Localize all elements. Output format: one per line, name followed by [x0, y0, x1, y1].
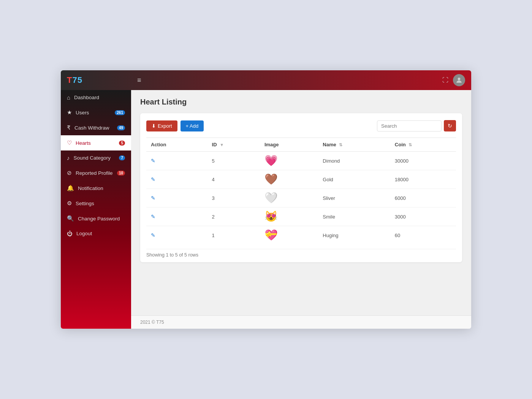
- sidebar-icon-logout: ⏻: [67, 230, 73, 237]
- topbar-right: ⛶: [442, 74, 465, 86]
- cell-name: Dimond: [318, 152, 390, 170]
- refresh-button[interactable]: ↻: [444, 120, 456, 131]
- sort-icon-name: ⇅: [339, 142, 342, 147]
- sidebar-label-settings: Settings: [76, 201, 125, 206]
- col-image: Image: [260, 138, 318, 152]
- sidebar-label-sound-category: Sound Category: [74, 155, 116, 161]
- export-icon: ⬇: [152, 123, 156, 129]
- sidebar-item-users[interactable]: ★ Users 261: [61, 105, 131, 120]
- user-icon: [455, 76, 463, 84]
- sidebar-icon-hearts: ♡: [67, 139, 72, 146]
- content-area: Heart Listing ⬇ Export + Add: [131, 90, 471, 329]
- cell-name: Huging: [318, 226, 390, 245]
- sidebar-item-dashboard[interactable]: ⌂ Dashboard: [61, 90, 131, 105]
- sidebar: ⌂ Dashboard ★ Users 261 ₹ Cash Withdraw …: [61, 90, 131, 329]
- export-button[interactable]: ⬇ Export: [146, 120, 177, 131]
- cell-image: 😻: [260, 207, 318, 226]
- cell-coin: 3000: [390, 207, 456, 226]
- sidebar-label-reported-profile: Reported Profile: [76, 170, 113, 176]
- sidebar-label-change-password: Change Password: [78, 216, 125, 222]
- sidebar-item-logout[interactable]: ⏻ Logout: [61, 226, 131, 241]
- table-row: ✎ 2 😻 Smile 3000: [146, 207, 456, 226]
- sidebar-label-dashboard: Dashboard: [74, 95, 125, 100]
- main-card: ⬇ Export + Add ↻: [140, 113, 462, 262]
- table-header-row: Action ID ▼ Image Name ⇅ Coin ⇅: [146, 138, 456, 152]
- edit-button-4[interactable]: ✎: [151, 176, 155, 182]
- sidebar-icon-users: ★: [67, 109, 72, 116]
- edit-button-2[interactable]: ✎: [151, 214, 155, 220]
- sidebar-label-notification: Notification: [78, 185, 125, 191]
- sidebar-icon-dashboard: ⌂: [67, 94, 70, 101]
- sidebar-item-hearts[interactable]: ♡ Hearts 5: [61, 135, 131, 150]
- cell-name: Sliver: [318, 189, 390, 207]
- sidebar-icon-settings: ⚙: [67, 200, 72, 207]
- badge-reported-profile: 10: [117, 171, 125, 176]
- sidebar-label-cash-withdraw: Cash Withdraw: [74, 125, 113, 131]
- cell-name: Smile: [318, 207, 390, 226]
- sidebar-label-hearts: Hearts: [76, 140, 115, 146]
- page-title: Heart Listing: [140, 98, 462, 106]
- app-logo: T75: [67, 75, 137, 85]
- search-input[interactable]: [377, 120, 442, 131]
- cell-name: Gold: [318, 170, 390, 189]
- badge-cash-withdraw: 49: [117, 125, 125, 130]
- cell-action: ✎: [146, 170, 207, 189]
- expand-icon[interactable]: ⛶: [442, 77, 448, 84]
- avatar[interactable]: [453, 74, 465, 86]
- table-row: ✎ 5 💗 Dimond 30000: [146, 152, 456, 170]
- edit-button-5[interactable]: ✎: [151, 158, 155, 164]
- edit-button-1[interactable]: ✎: [151, 232, 155, 238]
- cell-image: 🤍: [260, 189, 318, 207]
- cell-coin: 60: [390, 226, 456, 245]
- cell-id: 3: [207, 189, 260, 207]
- toolbar: ⬇ Export + Add ↻: [146, 120, 456, 131]
- cell-action: ✎: [146, 207, 207, 226]
- sidebar-icon-change-password: 🔍: [67, 215, 74, 222]
- sidebar-item-notification[interactable]: 🔔 Notification: [61, 180, 131, 196]
- badge-hearts: 5: [119, 141, 125, 146]
- table-row: ✎ 4 🤎 Gold 18000: [146, 170, 456, 189]
- logo-t: T: [67, 75, 72, 85]
- sidebar-icon-sound-category: ♪: [67, 155, 70, 161]
- sidebar-item-sound-category[interactable]: ♪ Sound Category 7: [61, 150, 131, 165]
- cell-id: 4: [207, 170, 260, 189]
- sidebar-item-reported-profile[interactable]: ⊘ Reported Profile 10: [61, 165, 131, 180]
- col-action: Action: [146, 138, 207, 152]
- sidebar-item-settings[interactable]: ⚙ Settings: [61, 196, 131, 211]
- heart-emoji-3: 🤍: [264, 192, 278, 204]
- sort-icon: ▼: [220, 142, 224, 147]
- cell-coin: 6000: [390, 189, 456, 207]
- table-row: ✎ 1 💝 Huging 60: [146, 226, 456, 245]
- sort-icon-coin: ⇅: [408, 142, 412, 147]
- cell-action: ✎: [146, 152, 207, 170]
- showing-text: Showing 1 to 5 of 5 rows: [146, 249, 456, 258]
- cell-image: 🤎: [260, 170, 318, 189]
- sidebar-icon-notification: 🔔: [67, 185, 74, 192]
- col-id: ID ▼: [207, 138, 260, 152]
- sidebar-icon-cash-withdraw: ₹: [67, 124, 71, 131]
- hearts-table: Action ID ▼ Image Name ⇅ Coin ⇅ ✎ 5 💗 Di…: [146, 138, 456, 244]
- sidebar-label-users: Users: [76, 110, 111, 116]
- cell-image: 💗: [260, 152, 318, 170]
- sidebar-item-change-password[interactable]: 🔍 Change Password: [61, 211, 131, 226]
- cell-action: ✎: [146, 189, 207, 207]
- badge-users: 261: [115, 110, 125, 115]
- search-box: ↻: [377, 120, 456, 131]
- heart-emoji-5: 💗: [264, 155, 278, 166]
- sidebar-item-cash-withdraw[interactable]: ₹ Cash Withdraw 49: [61, 120, 131, 135]
- sidebar-label-logout: Logout: [76, 231, 125, 236]
- sidebar-icon-reported-profile: ⊘: [67, 169, 72, 176]
- hamburger-menu[interactable]: ≡: [137, 76, 442, 84]
- footer: 2021 © T75: [131, 315, 471, 329]
- cell-coin: 30000: [390, 152, 456, 170]
- heart-emoji-4: 🤎: [264, 173, 278, 185]
- cell-coin: 18000: [390, 170, 456, 189]
- badge-sound-category: 7: [119, 155, 125, 160]
- add-button[interactable]: + Add: [180, 120, 204, 131]
- edit-button-3[interactable]: ✎: [151, 195, 155, 201]
- col-name: Name ⇅: [318, 138, 390, 152]
- svg-point-0: [458, 78, 461, 80]
- heart-emoji-2: 😻: [264, 211, 278, 222]
- col-coin: Coin ⇅: [390, 138, 456, 152]
- cell-image: 💝: [260, 226, 318, 245]
